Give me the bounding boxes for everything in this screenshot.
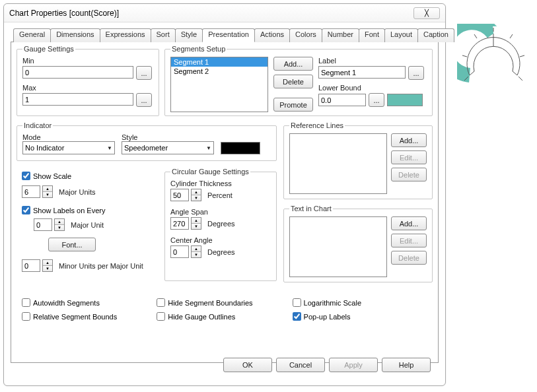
minor-units-lbl: Minor Units per Major Unit (59, 262, 143, 270)
segments-list[interactable]: Segment 1 Segment 2 (170, 57, 268, 112)
segment-promote-button[interactable]: Promote (273, 98, 313, 112)
major-units-spinner[interactable]: ▲▼ Major Units (22, 185, 161, 198)
hide-outlines-checkbox[interactable]: Hide Gauge Outlines (157, 312, 252, 321)
indicator-color-swatch[interactable] (221, 142, 260, 154)
labels-every-spinner[interactable]: ▲▼ Major Unit (34, 218, 161, 231)
arrow-down-icon[interactable]: ▼ (192, 195, 201, 201)
help-button[interactable]: Help (382, 358, 431, 372)
dialog-content: General Dimensions Expressions Sort Styl… (11, 28, 439, 379)
spinner-arrows[interactable]: ▲▼ (191, 189, 201, 201)
thickness-spinner[interactable]: ▲▼ Percent (170, 189, 271, 201)
show-labels-checkbox[interactable]: Show Labels on Every (22, 206, 161, 214)
min-label: Min (22, 57, 153, 65)
tab-colors[interactable]: Colors (289, 28, 322, 42)
segment-add-button[interactable]: Add... (273, 57, 313, 71)
tab-dimensions[interactable]: Dimensions (50, 28, 100, 42)
reference-lines-list[interactable] (289, 133, 387, 194)
text-in-chart-list[interactable] (289, 216, 387, 277)
min-input[interactable] (22, 66, 133, 79)
arrow-up-icon[interactable]: ▲ (43, 260, 52, 266)
max-label: Max (22, 84, 153, 92)
chevron-down-icon: ▼ (206, 145, 211, 151)
arrow-down-icon[interactable]: ▼ (43, 192, 52, 197)
max-expr-button[interactable]: ... (136, 93, 152, 107)
segment-listitem[interactable]: Segment 2 (171, 67, 268, 76)
spinner-arrows[interactable]: ▲▼ (42, 185, 53, 198)
labels-unit-lbl: Major Unit (71, 221, 104, 229)
textchart-edit-button[interactable]: Edit... (391, 234, 427, 247)
reference-lines-legend: Reference Lines (289, 121, 345, 129)
indicator-mode-dropdown[interactable]: No Indicator ▼ (22, 141, 115, 154)
tab-sort[interactable]: Sort (151, 28, 176, 42)
scale-block: Show Scale ▲▼ Major Units Show Labels on… (22, 172, 161, 272)
segment-label-expr-button[interactable]: ... (408, 66, 424, 80)
close-button[interactable]: ╳ (413, 7, 440, 19)
tab-general[interactable]: General (13, 28, 51, 42)
svg-line-0 (470, 71, 474, 75)
spinner-arrows[interactable]: ▲▼ (191, 217, 201, 230)
arrow-up-icon[interactable]: ▲ (55, 219, 64, 225)
tab-presentation[interactable]: Presentation (202, 28, 255, 42)
angle-span-input[interactable] (170, 217, 189, 230)
autowidth-segments-checkbox[interactable]: Autowidth Segments (22, 298, 117, 307)
max-input[interactable] (22, 93, 133, 106)
circular-gauge-legend: Circular Gauge Settings (170, 168, 250, 176)
tab-style[interactable]: Style (175, 28, 203, 42)
thickness-input[interactable] (170, 189, 189, 201)
angle-span-spinner[interactable]: ▲▼ Degrees (170, 217, 271, 230)
lower-bound-input[interactable] (318, 94, 366, 106)
tab-number[interactable]: Number (322, 28, 359, 42)
log-scale-checkbox[interactable]: Logarithmic Scale (293, 298, 361, 307)
textchart-add-button[interactable]: Add... (391, 216, 427, 230)
tab-expressions[interactable]: Expressions (100, 28, 151, 42)
cancel-button[interactable]: Cancel (276, 358, 325, 372)
arrow-up-icon[interactable]: ▲ (192, 189, 201, 195)
arrow-down-icon[interactable]: ▼ (192, 224, 201, 229)
lower-bound-expr-button[interactable]: ... (369, 93, 384, 107)
spinner-arrows[interactable]: ▲▼ (191, 245, 201, 258)
lower-bound-lbl: Lower Bound (318, 84, 427, 92)
min-expr-button[interactable]: ... (136, 66, 152, 80)
segment-delete-button[interactable]: Delete (273, 75, 313, 88)
spinner-arrows[interactable]: ▲▼ (54, 218, 65, 231)
arrow-up-icon[interactable]: ▲ (192, 218, 201, 224)
tab-font[interactable]: Font (359, 28, 385, 42)
major-units-input[interactable] (22, 185, 40, 198)
relative-bounds-checkbox[interactable]: Relative Segment Bounds (22, 312, 117, 321)
hide-boundaries-checkbox[interactable]: Hide Segment Boundaries (157, 298, 252, 307)
arrow-down-icon[interactable]: ▼ (55, 225, 64, 230)
dialog-title: Chart Properties [count(Score)] (9, 9, 413, 18)
tab-actions[interactable]: Actions (254, 28, 290, 42)
thickness-lbl: Cylinder Thickness (170, 180, 271, 187)
ok-button[interactable]: OK (223, 358, 272, 372)
svg-line-4 (474, 34, 477, 38)
center-angle-input[interactable] (170, 245, 189, 258)
show-scale-checkbox[interactable]: Show Scale (22, 172, 161, 180)
angle-span-unit: Degrees (207, 220, 235, 228)
indicator-group: Indicator Mode No Indicator ▼ Style Spee… (17, 121, 277, 161)
segment-listitem[interactable]: Segment 1 (171, 57, 268, 67)
refline-add-button[interactable]: Add... (391, 133, 427, 147)
segments-setup-legend: Segments Setup (170, 45, 227, 53)
minor-units-spinner[interactable]: ▲▼ Minor Units per Major Unit (22, 259, 161, 272)
scale-font-button[interactable]: Font... (48, 238, 96, 251)
labels-every-input[interactable] (34, 218, 52, 231)
segment-label-input[interactable] (318, 66, 406, 79)
arrow-down-icon[interactable]: ▼ (192, 252, 201, 257)
textchart-delete-button[interactable]: Delete (391, 251, 427, 265)
refline-delete-button[interactable]: Delete (391, 168, 427, 181)
apply-button[interactable]: Apply (329, 358, 378, 372)
indicator-style-dropdown[interactable]: Speedometer ▼ (122, 141, 214, 154)
tab-caption[interactable]: Caption (417, 28, 454, 42)
spinner-arrows[interactable]: ▲▼ (42, 259, 53, 272)
tabstrip: General Dimensions Expressions Sort Styl… (11, 28, 439, 42)
minor-units-input[interactable] (22, 259, 40, 272)
center-angle-spinner[interactable]: ▲▼ Degrees (170, 245, 271, 258)
arrow-up-icon[interactable]: ▲ (43, 186, 52, 192)
popup-labels-checkbox[interactable]: Pop-up Labels (293, 312, 361, 321)
arrow-up-icon[interactable]: ▲ (192, 246, 201, 252)
tab-layout[interactable]: Layout (384, 28, 418, 42)
arrow-down-icon[interactable]: ▼ (43, 266, 52, 271)
refline-edit-button[interactable]: Edit... (391, 150, 427, 164)
segment-color-swatch[interactable] (387, 94, 423, 106)
